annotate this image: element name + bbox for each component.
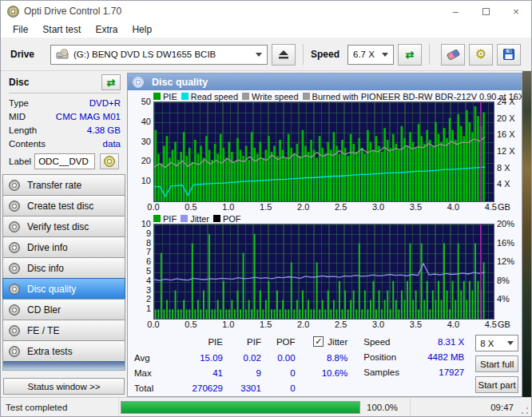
disc-refresh-button[interactable]: ⇄ xyxy=(101,74,121,90)
disc-info-row: Length4.38 GB xyxy=(9,124,121,137)
jitter-checkbox[interactable]: ✓ xyxy=(313,336,324,347)
pie-right-axis: 24 X20 X16 X12 X8 X4 X xyxy=(494,101,522,202)
sidebar-item-fe-te[interactable]: FE / TE xyxy=(2,320,125,341)
legend-item: POF xyxy=(213,214,241,224)
y-tick-label: 20% xyxy=(497,219,514,228)
disc-label-button[interactable] xyxy=(100,153,119,169)
legend-item: Jitter xyxy=(181,214,209,224)
minimize-button[interactable]: – xyxy=(440,1,470,22)
panel-header: Disc quality xyxy=(128,73,522,90)
sidebar-item-disc-quality[interactable]: Disc quality xyxy=(2,278,125,300)
sidebar-item-label: Drive info xyxy=(27,242,68,253)
y-tick-label: 40 xyxy=(141,117,151,126)
legend-item: Burned with PIONEER BD-RW BDR-212V 0.90 … xyxy=(303,92,522,101)
status-window-button[interactable]: Status window >> xyxy=(3,378,125,395)
refresh-speed-button[interactable]: ⇄ xyxy=(398,44,422,66)
menu-item-extra[interactable]: Extra xyxy=(88,22,125,37)
drive-select-value: (G:) BENQ DVD LS DW1655 BCIB xyxy=(73,50,216,59)
disc-icon xyxy=(9,284,20,295)
y-tick-label: 8% xyxy=(497,276,510,285)
desktop-background xyxy=(522,71,531,397)
pif-x-axis: 0.00.51.01.52.02.53.03.54.04.5GB xyxy=(153,320,494,330)
legend-swatch xyxy=(181,93,189,100)
chevron-down-icon xyxy=(507,341,514,345)
sidebar-item-transfer-rate[interactable]: Transfer rate xyxy=(2,174,125,196)
y-tick-label: 12% xyxy=(497,256,514,266)
status-bar: Test completed 100.0% 09:47 xyxy=(1,397,531,416)
test-speed-select[interactable]: 8 X xyxy=(475,335,518,351)
progress-percent: 100.0% xyxy=(360,403,410,412)
y-tick-label: 2 xyxy=(146,294,151,304)
y-tick-label: 10 xyxy=(141,219,151,228)
stats-col-jitter: ✓Jitter xyxy=(296,335,348,351)
resize-grip[interactable] xyxy=(520,406,530,415)
menu-bar: FileStart testExtraHelp xyxy=(1,22,531,38)
y-tick-label: 50 xyxy=(141,97,151,106)
sidebar-item-create-test-disc[interactable]: Create test disc xyxy=(2,195,125,216)
pie-chart-legend: PIERead speedWrite speedBurned with PION… xyxy=(153,91,522,101)
x-tick-label: 3.5 xyxy=(410,202,422,212)
disc-info-value: CMC MAG M01 xyxy=(56,110,121,124)
sidebar-item-extra-tests[interactable]: Extra tests xyxy=(2,340,125,362)
sidebar-item-cd-bler[interactable]: CD Bler xyxy=(2,299,125,320)
erase-disc-button[interactable] xyxy=(441,44,465,66)
x-tick-label: 4.0 xyxy=(447,202,459,212)
stats-row-max: Max419010.6% xyxy=(134,366,347,381)
sidebar-item-disc-info[interactable]: Disc info xyxy=(2,257,125,279)
stats-value: 8.8% xyxy=(296,351,348,366)
disc-icon xyxy=(9,221,20,232)
legend-item: Write speed xyxy=(242,92,299,101)
progress-fill xyxy=(121,402,359,413)
y-tick-label: 16 X xyxy=(497,129,515,139)
start-full-button[interactable]: Start full xyxy=(475,355,518,372)
menu-item-start-test[interactable]: Start test xyxy=(35,22,88,37)
legend-swatch xyxy=(153,93,161,100)
start-part-button[interactable]: Start part xyxy=(475,376,518,393)
save-button[interactable] xyxy=(497,44,521,66)
x-tick-label: 1.0 xyxy=(222,320,234,329)
sidebar-item-label: Create test disc xyxy=(27,201,93,212)
menu-item-file[interactable]: File xyxy=(6,22,35,37)
x-axis-unit: GB xyxy=(498,320,510,329)
sidebar-item-verify-test-disc[interactable]: Verify test disc xyxy=(2,216,125,237)
pie-x-axis: 0.00.51.01.52.02.53.03.54.04.5GB xyxy=(153,202,494,212)
stats-value: 0.02 xyxy=(223,351,261,366)
gears-icon: ⚙ xyxy=(475,48,486,61)
stats-value: 15.09 xyxy=(161,351,223,366)
swap-arrows-icon: ⇄ xyxy=(107,77,116,88)
y-tick-label: 6 xyxy=(146,256,151,266)
x-tick-label: 2.5 xyxy=(335,202,347,212)
legend-label: POF xyxy=(223,214,241,224)
disc-info-value: data xyxy=(103,137,121,151)
y-tick-label: 20 X xyxy=(497,113,515,123)
legend-swatch xyxy=(181,215,188,222)
x-tick-label: 0.0 xyxy=(147,202,159,212)
sidebar-item-drive-info[interactable]: Drive info xyxy=(2,236,125,258)
stats-value: 9 xyxy=(223,366,261,381)
disc-label-input[interactable] xyxy=(34,153,95,169)
rstat-value: 4482 MB xyxy=(413,352,464,362)
drive-select[interactable]: (G:) BENQ DVD LS DW1655 BCIB xyxy=(50,45,268,65)
sidebar-item-label: Disc info xyxy=(27,263,64,274)
x-tick-label: 4.0 xyxy=(447,320,459,329)
speed-select[interactable]: 6.7 X xyxy=(347,45,394,65)
disc-icon xyxy=(133,77,144,88)
x-tick-label: 2.5 xyxy=(335,320,347,329)
disc-icon xyxy=(9,180,20,191)
settings-button[interactable]: ⚙ xyxy=(469,44,493,66)
disc-label-caption: Label xyxy=(9,157,31,166)
rstat-label: Samples xyxy=(363,367,410,377)
sidebar-item-label: CD Bler xyxy=(27,304,61,316)
test-speed-value: 8 X xyxy=(480,339,494,348)
menu-item-help[interactable]: Help xyxy=(125,22,159,37)
window-title: Opti Drive Control 1.70 xyxy=(24,6,121,17)
disc-info-label: Contents xyxy=(9,137,46,151)
disc-icon xyxy=(9,242,20,253)
stats-value: 3301 xyxy=(223,381,261,396)
pif-right-axis: 20%16%12%8%4% xyxy=(494,224,522,320)
eject-button[interactable] xyxy=(272,44,296,66)
x-tick-label: 0.5 xyxy=(185,320,197,329)
speed-select-value: 6.7 X xyxy=(353,50,375,59)
maximize-button[interactable] xyxy=(470,1,501,22)
close-button[interactable]: × xyxy=(501,1,531,22)
